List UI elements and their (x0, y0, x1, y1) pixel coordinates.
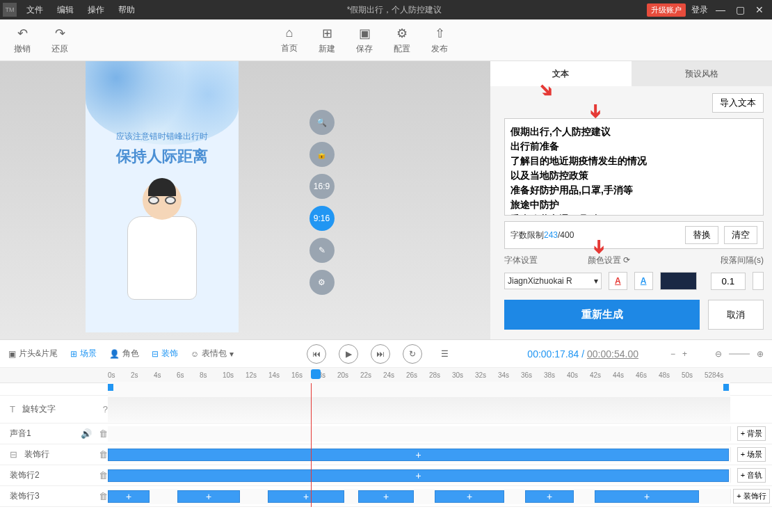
text-line: 了解目的地近期疫情发生的情况 (510, 154, 757, 168)
spacing-spinner[interactable] (753, 272, 764, 290)
tab-scene[interactable]: ⊞场景 (70, 348, 97, 360)
decor-track-2[interactable]: + (108, 468, 730, 483)
text-preview-track[interactable] (108, 397, 730, 422)
trash-icon[interactable]: 🗑 (99, 491, 108, 501)
refresh-icon[interactable]: ⟳ (623, 255, 630, 265)
skip-start-button[interactable]: ⏮ (307, 344, 326, 364)
playhead-line[interactable] (311, 383, 312, 507)
menu-help[interactable]: 帮助 (111, 4, 142, 16)
play-button[interactable]: ▶ (339, 344, 358, 364)
publish-icon: ⇧ (435, 26, 445, 41)
canvas-preview[interactable]: 应该注意错时错峰出行时 保持人际距离 (86, 61, 239, 332)
menu-edit[interactable]: 编辑 (50, 4, 81, 16)
aspect-169-button[interactable]: 16:9 (309, 174, 335, 199)
home-button[interactable]: ⌂首页 (281, 26, 298, 55)
aspect-916-button[interactable]: 9:16 (309, 206, 335, 231)
decor-track-3[interactable]: + + + + + + + (108, 489, 730, 504)
text-line: 准备好防护用品,口罩,手消等 (510, 183, 757, 198)
font-select[interactable]: JiagnXizhuokai R▾ (504, 273, 602, 289)
tab-headtail[interactable]: ▣片头&片尾 (8, 348, 58, 360)
tab-role[interactable]: 👤角色 (109, 348, 139, 360)
spacing-input[interactable] (711, 273, 746, 290)
text-line: 旅途中防护 (510, 198, 757, 212)
undo-icon: ↶ (17, 26, 28, 41)
publish-button[interactable]: ⇧发布 (431, 26, 448, 55)
doctor-illustration (120, 181, 204, 306)
add-audio-track-button[interactable]: + 音轨 (737, 468, 766, 483)
scene-marker-track[interactable] (108, 382, 730, 397)
window-title: *假期出行，个人防控建议 (142, 4, 647, 16)
char-limit-label: 字数限制243/400 (510, 229, 679, 241)
decor-icon: ⊟ (152, 349, 159, 359)
trash-icon[interactable]: 🗑 (99, 470, 108, 481)
canvas-area[interactable]: 应该注意错时错峰出行时 保持人际距离 🔍 🔒 16:9 9:16 ✎ ⚙ (0, 61, 490, 339)
skip-end-button[interactable]: ⏭ (371, 344, 390, 364)
zoom-in-icon[interactable]: ⊕ (757, 349, 764, 359)
add-decor-row-button[interactable]: + 装饰行 (733, 489, 769, 503)
tab-emoji[interactable]: ☺表情包 ▾ (191, 348, 234, 360)
save-button[interactable]: ▣保存 (356, 26, 373, 55)
config-button[interactable]: ⚙配置 (394, 26, 410, 55)
help-icon[interactable]: ? (103, 404, 108, 414)
menu-action[interactable]: 操作 (81, 4, 111, 16)
undo-button[interactable]: ↶撤销 (14, 26, 31, 55)
trash-icon[interactable]: 🗑 (99, 428, 108, 439)
decor-row-icon: ⊟ (10, 449, 17, 460)
replace-button[interactable]: 替换 (685, 226, 718, 244)
maximize-icon[interactable]: ▢ (733, 4, 747, 15)
text-content-box[interactable]: 假期出行,个人防控建议 出行前准备 了解目的地近期疫情发生的情况 以及当地防控政… (504, 118, 764, 216)
loop-button[interactable]: ↻ (403, 344, 422, 364)
minimize-icon[interactable]: — (714, 4, 727, 15)
tab-text[interactable]: 文本 (490, 61, 632, 86)
speaker-icon[interactable]: 🔊 (81, 428, 92, 439)
canvas-zoom-icon[interactable]: 🔍 (309, 110, 335, 135)
color-swatch[interactable] (660, 272, 697, 290)
decor-track[interactable]: + (108, 447, 730, 462)
track-label-decor3: 装饰行3 (10, 490, 40, 502)
time-display: 00:00:17.84 / 00:00:54.00 (527, 348, 638, 360)
scene-icon: ⊞ (70, 349, 77, 359)
gear-icon: ⚙ (396, 26, 408, 41)
role-icon: 👤 (109, 349, 120, 359)
cancel-button[interactable]: 取消 (708, 300, 764, 330)
canvas-settings-icon[interactable]: ⚙ (309, 270, 335, 295)
preview-subtitle: 应该注意错时错峰出行时 (116, 131, 208, 143)
add-background-button[interactable]: + 背景 (737, 426, 766, 441)
tab-decor[interactable]: ⊟装饰 (152, 348, 178, 360)
regenerate-button[interactable]: 重新生成 (504, 300, 700, 330)
zoom-out-icon[interactable]: ⊖ (715, 349, 722, 359)
text-color-b-button[interactable]: A (634, 272, 653, 290)
login-button[interactable]: 登录 (691, 4, 708, 16)
headtail-icon: ▣ (8, 349, 16, 359)
save-icon: ▣ (359, 26, 371, 41)
trash-icon[interactable]: 🗑 (99, 449, 108, 460)
sound-track[interactable] (108, 426, 730, 442)
time-plus-button[interactable]: + (682, 349, 687, 359)
text-line: 出行前准备 (510, 139, 757, 154)
playhead-marker[interactable] (311, 369, 321, 379)
add-scene-button[interactable]: + 场景 (737, 447, 766, 462)
text-line: 假期出行,个人防控建议 (510, 124, 757, 139)
canvas-edit-icon[interactable]: ✎ (309, 238, 335, 263)
font-setting-label: 字体设置 (504, 255, 581, 266)
text-color-a-button[interactable]: A (609, 272, 627, 290)
clear-button[interactable]: 清空 (724, 226, 757, 244)
time-minus-button[interactable]: − (670, 349, 675, 359)
redo-button[interactable]: ↷还原 (51, 26, 68, 55)
chevron-down-icon: ▾ (594, 276, 598, 286)
tab-preset-style[interactable]: 预设风格 (632, 61, 773, 86)
new-button[interactable]: ⊞新建 (319, 26, 335, 55)
upgrade-button[interactable]: 升级账户 (647, 3, 686, 17)
layers-button[interactable]: ☰ (435, 344, 454, 364)
canvas-lock-icon[interactable]: 🔒 (309, 142, 335, 167)
close-icon[interactable]: ✕ (753, 4, 766, 15)
text-line: 乘坐公共交通工具时 (510, 212, 757, 216)
spacing-label: 段落间隔(s) (721, 255, 764, 266)
menu-file[interactable]: 文件 (19, 4, 50, 16)
rotate-text-icon: T (10, 404, 15, 414)
track-label-rotate-text: 旋转文字 (22, 403, 56, 415)
track-label-decor: 装饰行 (24, 449, 49, 460)
import-text-button[interactable]: 导入文本 (712, 93, 764, 113)
track-label-sound1: 声音1 (10, 428, 31, 440)
redo-icon: ↷ (55, 26, 65, 41)
